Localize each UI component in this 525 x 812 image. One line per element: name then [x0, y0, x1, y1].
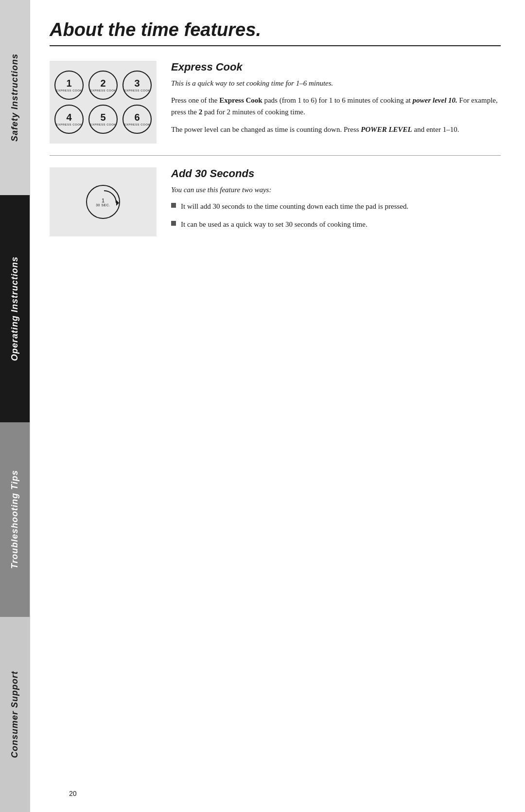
sidebar-section-safety: Safety Instructions: [0, 0, 30, 195]
add30-heading: Add 30 Seconds: [171, 167, 501, 180]
btn-number-4: 4: [66, 112, 71, 122]
add30-section: 1 30 SEC. Add 30 Seconds You can use thi…: [50, 167, 501, 236]
express-btn-3[interactable]: 3 EXPRESS COOK: [122, 71, 152, 100]
add30-subtitle: You can use this feature two ways:: [171, 186, 501, 194]
express-btn-1[interactable]: 1 EXPRESS COOK: [54, 71, 84, 100]
btn-number-5: 5: [100, 112, 105, 122]
sidebar: Safety Instructions Operating Instructio…: [0, 0, 30, 812]
express-cook-body2: The power level can be changed as time i…: [171, 124, 501, 135]
sidebar-section-consumer: Consumer Support: [0, 617, 30, 812]
sidebar-label-consumer: Consumer Support: [10, 671, 20, 758]
btn-number-6: 6: [134, 112, 140, 122]
express-grid: 1 EXPRESS COOK 2 EXPRESS COOK 3 EXPRESS …: [54, 71, 152, 134]
add30-text: Add 30 Seconds You can use this feature …: [171, 167, 501, 236]
section-rule: [50, 155, 501, 156]
express-cook-section: 1 EXPRESS COOK 2 EXPRESS COOK 3 EXPRESS …: [50, 61, 501, 144]
btn-label-2: EXPRESS COOK: [90, 89, 116, 92]
add30-bullet-list: It will add 30 seconds to the time count…: [171, 201, 501, 230]
sidebar-label-operating: Operating Instructions: [10, 256, 20, 361]
express-cook-text: Express Cook This is a quick way to set …: [171, 61, 501, 144]
page-title: About the time features.: [50, 19, 501, 40]
btn-number-2: 2: [100, 78, 105, 88]
express-btn-2[interactable]: 2 EXPRESS COOK: [88, 71, 118, 100]
btn-label-1: EXPRESS COOK: [56, 89, 82, 92]
express-cook-body1: Press one of the Express Cook pads (from…: [171, 94, 501, 118]
express-btn-4[interactable]: 4 EXPRESS COOK: [54, 105, 84, 134]
bullet-square-1: [171, 203, 176, 208]
add30-bullet-2-text: It can be used as a quick way to set 30 …: [181, 219, 368, 230]
express-btn-6[interactable]: 6 EXPRESS COOK: [122, 105, 152, 134]
btn-label-3: EXPRESS COOK: [124, 89, 150, 92]
btn-label-4: EXPRESS COOK: [56, 123, 82, 126]
add30-image: 1 30 SEC.: [50, 167, 157, 236]
btn-number-3: 3: [134, 78, 140, 88]
sidebar-label-safety: Safety Instructions: [10, 54, 20, 142]
btn-label-5: EXPRESS COOK: [90, 123, 116, 126]
svg-marker-0: [116, 200, 119, 206]
page-number: 20: [69, 790, 77, 797]
express-cook-heading: Express Cook: [171, 61, 501, 73]
thirty-sec-button[interactable]: 1 30 SEC.: [86, 185, 120, 219]
title-rule: [50, 45, 501, 46]
express-cook-subtitle: This is a quick way to set cooking time …: [171, 79, 501, 88]
sidebar-section-troubleshooting: Troubleshooting Tips: [0, 422, 30, 617]
arc-icon: [89, 188, 119, 218]
btn-number-1: 1: [66, 78, 71, 88]
express-btn-5[interactable]: 5 EXPRESS COOK: [88, 105, 118, 134]
add30-bullet-1-text: It will add 30 seconds to the time count…: [181, 201, 408, 212]
sidebar-label-troubleshooting: Troubleshooting Tips: [10, 470, 20, 569]
bullet-square-2: [171, 221, 176, 226]
add30-bullet-1: It will add 30 seconds to the time count…: [171, 201, 501, 212]
btn-label-6: EXPRESS COOK: [124, 123, 150, 126]
add30-bullet-2: It can be used as a quick way to set 30 …: [171, 219, 501, 230]
express-cook-image: 1 EXPRESS COOK 2 EXPRESS COOK 3 EXPRESS …: [50, 61, 157, 144]
main-content: About the time features. 1 EXPRESS COOK …: [30, 0, 525, 812]
sidebar-section-operating: Operating Instructions: [0, 195, 30, 422]
